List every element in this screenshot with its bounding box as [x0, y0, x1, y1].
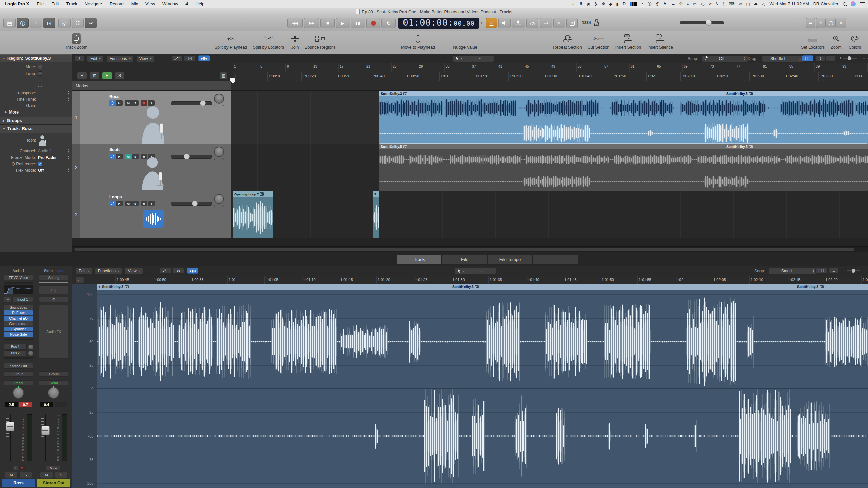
- wifi-icon[interactable]: ≋: [738, 2, 742, 6]
- menu-clock[interactable]: Wed Mar 7 11:02 AM: [769, 2, 809, 6]
- solo-button[interactable]: S: [55, 472, 67, 478]
- editor-time-ruler[interactable]: ▭ 1:00:451:00:501:00:551:011:01:051:01:1…: [72, 276, 868, 284]
- flash-icon[interactable]: ϟ: [716, 2, 718, 6]
- solo-button[interactable]: S: [132, 154, 139, 159]
- editor-view-menu[interactable]: View▾: [125, 268, 143, 274]
- fx-slot-channel-eq[interactable]: Channel EQ: [4, 316, 33, 321]
- mute-button[interactable]: M: [5, 472, 18, 478]
- pencil-tool-button[interactable]: ✎: [553, 18, 565, 28]
- arrange-back-button[interactable]: ⤴: [74, 55, 84, 61]
- track-icon-thumb[interactable]: [38, 134, 48, 146]
- software-monitoring-button[interactable]: AUTO: [512, 18, 525, 28]
- pie-icon[interactable]: ◔: [641, 2, 644, 6]
- rewind-button[interactable]: ◀◀: [287, 18, 303, 28]
- fader-track[interactable]: [10, 414, 11, 461]
- crossfade-button[interactable]: ⋈: [173, 268, 184, 274]
- join-item[interactable]: ◆ Join: [291, 33, 299, 50]
- marker-track-lane[interactable]: [231, 81, 868, 91]
- horizontal-scrollbar[interactable]: [72, 246, 868, 252]
- record-button[interactable]: [366, 18, 380, 28]
- track-name-loops[interactable]: Loops: [109, 195, 122, 199]
- insert-silence-item[interactable]: ▾ Insert Silence: [647, 33, 673, 50]
- loop-checkbox[interactable]: [38, 71, 42, 76]
- count-in-button[interactable]: 1234: [582, 20, 591, 25]
- track-name-scott[interactable]: Scott: [109, 147, 120, 152]
- menu-item-4[interactable]: 4: [185, 1, 188, 6]
- fx-slot-soundsoap[interactable]: SoundSoap: [4, 305, 33, 310]
- hide-tracks-button[interactable]: H: [102, 72, 112, 79]
- capsule-icon[interactable]: ▭: [693, 2, 697, 6]
- time-ruler[interactable]: 11:00:101:00:201:00:301:00:401:00:501:01…: [233, 72, 868, 81]
- menu-item-navigate[interactable]: Navigate: [85, 1, 102, 6]
- editor-region-header[interactable]: ▸ScottKelby.3 ScottKelby.3 ScottKelby.3: [97, 284, 868, 290]
- command-tool-menu[interactable]: +▾: [472, 55, 494, 62]
- volume-thumb[interactable]: [200, 100, 206, 106]
- peak-value[interactable]: 0.7: [19, 402, 32, 407]
- d-app-icon[interactable]: D: [623, 2, 626, 6]
- vertical-zoom-button[interactable]: ⇕: [815, 55, 825, 61]
- waveform-zoom-button[interactable]: ᛁᛁᛁ: [815, 268, 827, 274]
- arrange-edit-menu[interactable]: Edit▾: [87, 55, 104, 62]
- menu-user[interactable]: DR Chevalier: [813, 2, 839, 6]
- crossfade-button[interactable]: ⋈: [184, 55, 196, 61]
- play-button[interactable]: ▶: [336, 18, 350, 28]
- bounce-regions-item[interactable]: › Bounce Regions: [304, 33, 336, 50]
- master-level-button[interactable]: −+: [540, 18, 552, 28]
- freeze-mode-value[interactable]: Pre Fader: [38, 155, 57, 160]
- quick-help-button[interactable]: ?: [30, 18, 42, 28]
- volume-value[interactable]: 0.4: [40, 402, 53, 407]
- volume-slider[interactable]: [171, 202, 212, 206]
- hide-button[interactable]: H: [116, 100, 123, 106]
- toolbar-toggle-button[interactable]: ⊡: [43, 18, 55, 28]
- track-name-ross[interactable]: Ross: [109, 94, 120, 99]
- track-lane-loops[interactable]: Opening Loop.7 S: [231, 191, 868, 238]
- info-icon[interactable]: ⓘ: [648, 2, 652, 6]
- group-button[interactable]: Group: [4, 371, 33, 377]
- fader-cap[interactable]: [41, 426, 50, 435]
- fader-cap[interactable]: [6, 422, 14, 431]
- send-bus2-button[interactable]: Bus 2: [4, 350, 27, 356]
- empty-fx-slot[interactable]: [4, 339, 33, 340]
- library-button[interactable]: ▤: [3, 18, 16, 28]
- mute-button[interactable]: M: [125, 100, 132, 106]
- spotlight-icon[interactable]: [843, 2, 846, 6]
- record-enable-button[interactable]: R: [19, 466, 25, 470]
- solo-tracks-button[interactable]: S: [115, 72, 125, 79]
- region-opening-loop[interactable]: Opening Loop.7: [233, 191, 273, 238]
- tuner-button[interactable]: [526, 18, 538, 28]
- empty-send-slot[interactable]: [4, 357, 33, 359]
- volume-icon[interactable]: ◁: [762, 2, 765, 6]
- master-solo-button[interactable]: ✕: [486, 18, 497, 28]
- eq-thumbnail[interactable]: [4, 285, 33, 294]
- fx-slot-deesser[interactable]: DeEsser: [4, 310, 33, 315]
- menu-item-logic-pro-x[interactable]: Logic Pro X: [5, 1, 29, 6]
- automation-mode-button[interactable]: Read: [4, 380, 33, 385]
- fx-slot-expander[interactable]: Expander: [4, 327, 33, 331]
- pause-button[interactable]: ▮▮: [351, 18, 365, 28]
- split-by-locators-item[interactable]: ⦙✂⦙ Split by Locators: [253, 33, 284, 50]
- channel-value[interactable]: Audio 1: [38, 149, 52, 154]
- track-header-ross[interactable]: 1 Ross H MS RI LR: [72, 91, 231, 144]
- mute-button[interactable]: M: [125, 154, 132, 159]
- input-monitor-button[interactable]: I: [148, 201, 155, 206]
- menu-item-mix[interactable]: Mix: [131, 1, 138, 6]
- more-label[interactable]: More: [9, 110, 19, 115]
- output-button[interactable]: Stereo Out: [4, 363, 33, 369]
- volume-thumb[interactable]: [184, 154, 190, 159]
- zoom-tool-item[interactable]: Zoom: [831, 33, 842, 50]
- arrange-view-menu[interactable]: View▾: [136, 55, 155, 62]
- notification-center-icon[interactable]: [860, 2, 865, 6]
- volume-thumb[interactable]: [192, 201, 198, 206]
- audio-fx-area[interactable]: Audio FX: [39, 305, 68, 359]
- forward-button[interactable]: ▶▶: [304, 18, 319, 28]
- scrollbar-thumb[interactable]: [74, 248, 854, 251]
- solo-button[interactable]: S: [19, 472, 32, 478]
- pan-knob[interactable]: [214, 94, 224, 104]
- track-on-button[interactable]: [109, 201, 116, 206]
- note-pads-button[interactable]: ✎: [816, 18, 826, 28]
- list-editors-button[interactable]: ≣: [806, 18, 815, 28]
- horizontal-zoom-slider[interactable]: ↔: [862, 56, 868, 60]
- horizontal-zoom-button[interactable]: ↔: [829, 268, 839, 274]
- dropbox-icon[interactable]: ✥: [601, 2, 605, 6]
- more-disclosure-icon[interactable]: ▶: [5, 110, 7, 114]
